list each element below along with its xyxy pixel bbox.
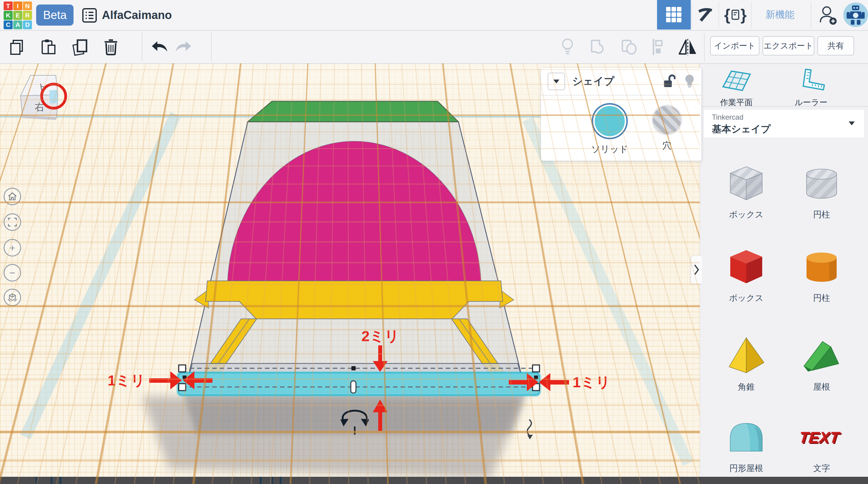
hole-label: 穴: [637, 140, 697, 152]
solid-swatch[interactable]: ソリッド: [580, 104, 640, 155]
green-roof-icon: [799, 333, 844, 378]
library-selector[interactable]: Tinkercad 基本シェイプ: [703, 109, 865, 138]
home-view-button[interactable]: [4, 188, 21, 205]
undo-icon: [150, 39, 169, 55]
annotation-depth-label: 2ミリ: [362, 328, 399, 344]
shape-item-text[interactable]: TEXT TEXT 文字: [788, 414, 855, 474]
tinkercad-app: 2ミリ 1ミリ 1ミリ: [0, 0, 868, 484]
shape-library-sidebar: 作業平面 ルーラー Tinkercad 基本シェイプ ボックス: [700, 63, 868, 484]
orange-cylinder-icon: [799, 244, 844, 289]
person-add-icon: [817, 4, 838, 25]
model-green-top[interactable]: [248, 101, 458, 122]
unlock-icon[interactable]: [663, 74, 675, 88]
hole-swatch[interactable]: 穴: [637, 104, 697, 152]
ungroup-icon: [620, 38, 638, 56]
tinkercad-logo[interactable]: TIN KER CAD: [4, 1, 32, 29]
beta-badge: Beta: [36, 4, 73, 26]
zoom-out-button[interactable]: −: [4, 264, 21, 281]
sidebar-divider: [700, 106, 868, 107]
workplane-icon: [721, 67, 752, 93]
sidebar-collapse-tab[interactable]: [691, 255, 702, 284]
view-cube-edge-highlight[interactable]: [50, 90, 58, 104]
mid-handle-top[interactable]: [351, 366, 355, 370]
light-view-button[interactable]: [557, 31, 578, 63]
fit-view-icon: [8, 218, 17, 226]
plus-icon: +: [9, 243, 16, 253]
shape-item-cylinder[interactable]: 円柱: [788, 244, 855, 304]
inspector-header: シェイプ: [541, 68, 701, 95]
design-title[interactable]: AlfaCaimano: [102, 0, 172, 30]
group-icon: [589, 38, 607, 56]
grid-icon: [665, 6, 682, 23]
new-features-link[interactable]: 新機能: [753, 0, 807, 30]
mirror-icon: [678, 38, 698, 56]
import-button[interactable]: インポート: [710, 36, 760, 56]
dashboard-button[interactable]: [657, 0, 691, 30]
height-handle[interactable]: [351, 381, 356, 393]
ruler-icon: [795, 67, 827, 93]
selected-strip[interactable]: [178, 373, 539, 395]
library-name: 基本シェイプ: [712, 123, 771, 136]
trash-icon: [103, 38, 119, 56]
design-properties-icon[interactable]: [82, 8, 97, 23]
solid-label: ソリッド: [580, 143, 640, 155]
mid-handle-right[interactable]: [534, 375, 538, 380]
mirror-button[interactable]: [676, 31, 699, 63]
pickaxe-icon: [696, 5, 715, 24]
inspector-collapse-button[interactable]: [548, 72, 565, 90]
redo-button[interactable]: [173, 31, 194, 63]
lightbulb-icon[interactable]: [684, 74, 695, 89]
shape-item-box-hole[interactable]: ボックス: [713, 161, 779, 220]
codeblocks-button[interactable]: { }: [720, 0, 750, 30]
copy-icon: [8, 38, 25, 56]
brace-right: }: [741, 6, 747, 24]
export-button[interactable]: エクスポート: [763, 36, 814, 56]
align-icon: [650, 38, 667, 56]
solid-color-circle[interactable]: [593, 104, 626, 138]
ruler-tool[interactable]: ルーラー: [775, 67, 847, 108]
inspector-panel: シェイプ ソリッド 穴: [541, 67, 702, 161]
duplicate-icon: [71, 38, 88, 56]
shape-item-pyramid[interactable]: 角錐: [713, 333, 779, 393]
chevron-right-icon: [693, 264, 700, 276]
edit-toolbar: インポート エクスポート 共有: [0, 31, 868, 64]
cyan-round-roof-icon: [724, 414, 769, 460]
red-text-icon: TEXT TEXT: [799, 414, 844, 460]
shape-item-roof[interactable]: 屋根: [788, 333, 855, 393]
top-bar: TIN KER CAD Beta AlfaCaimano {: [0, 0, 868, 31]
share-button[interactable]: 共有: [817, 36, 854, 56]
brace-left: {: [724, 6, 730, 24]
annotation-left-label: 1ミリ: [107, 372, 145, 389]
invite-user-button[interactable]: [814, 0, 841, 30]
ungroup-button[interactable]: [618, 31, 640, 63]
annotation-right-label: 1ミリ: [572, 374, 610, 390]
robot-avatar-icon: [846, 4, 865, 25]
paste-icon: [40, 38, 57, 56]
yellow-pyramid-icon: [724, 333, 769, 378]
minus-icon: −: [9, 268, 16, 278]
svg-text:TEXT: TEXT: [799, 428, 841, 446]
group-button[interactable]: [587, 31, 610, 63]
avatar[interactable]: [843, 2, 868, 27]
bulb-outline-icon: [561, 38, 574, 56]
zoom-in-button[interactable]: +: [4, 239, 21, 256]
duplicate-button[interactable]: [70, 31, 89, 63]
red-box-icon: [724, 244, 769, 289]
shape-item-round-roof[interactable]: 円形屋根: [713, 414, 779, 474]
caption-bar: [0, 477, 868, 484]
hole-pattern-circle[interactable]: [653, 106, 681, 134]
copy-button[interactable]: [8, 31, 26, 63]
delete-button[interactable]: [102, 31, 120, 63]
fit-view-button[interactable]: [4, 213, 21, 231]
shape-item-box[interactable]: ボックス: [713, 244, 779, 304]
paste-button[interactable]: [39, 31, 57, 63]
view-cube[interactable]: ト 右: [8, 72, 75, 125]
align-button[interactable]: [649, 31, 669, 63]
perspective-toggle-button[interactable]: [4, 289, 21, 306]
inspector-title: シェイプ: [572, 74, 663, 88]
shape-item-cylinder-hole[interactable]: 円柱: [788, 161, 855, 220]
orbit-cursor: [527, 420, 533, 440]
undo-button[interactable]: [149, 31, 170, 63]
minecraft-export-button[interactable]: [693, 0, 717, 30]
workplane-tool[interactable]: 作業平面: [700, 67, 772, 108]
